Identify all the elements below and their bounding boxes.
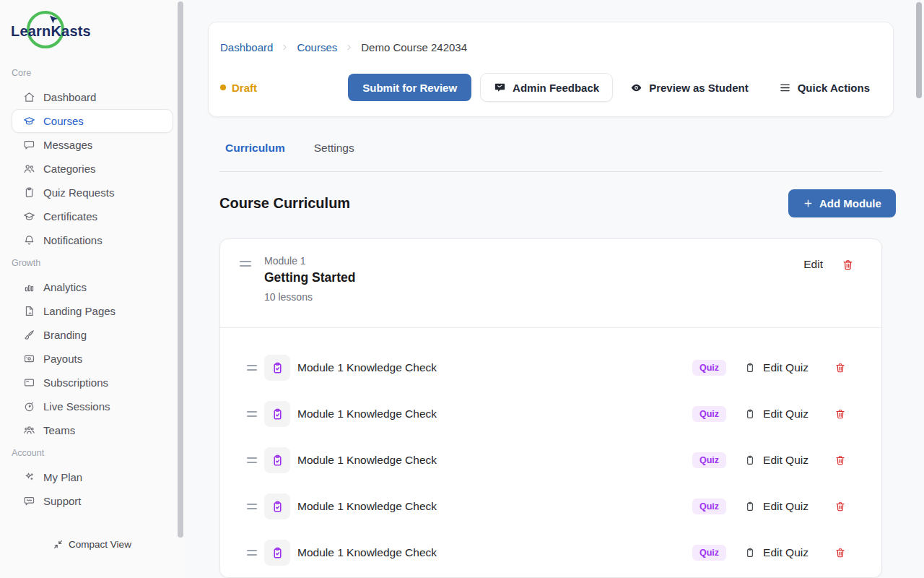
edit-quiz-button[interactable]: Edit Quiz — [744, 454, 808, 467]
breadcrumb-current: Demo Course 242034 — [361, 41, 467, 53]
sidebar-item-quiz-requests[interactable]: Quiz Requests — [12, 181, 173, 204]
status-label: Draft — [232, 82, 257, 94]
lesson-type-icon-box — [264, 540, 290, 566]
sidebar-item-branding[interactable]: Branding — [12, 323, 173, 347]
sidebar-item-label: Categories — [43, 163, 96, 175]
module-edit-button[interactable]: Edit — [803, 258, 823, 271]
sidebar-item-courses[interactable]: Courses — [12, 109, 173, 133]
status-dot-icon — [220, 85, 226, 90]
clipboard-icon — [744, 408, 756, 420]
compact-view-label: Compact View — [69, 539, 131, 550]
lesson-drag-handle[interactable] — [247, 550, 257, 556]
quick-actions-button[interactable]: Quick Actions — [779, 82, 870, 94]
delete-lesson-icon[interactable] — [834, 362, 846, 374]
add-module-label: Add Module — [819, 197, 881, 210]
admin-feedback-button[interactable]: Admin Feedback — [480, 73, 613, 102]
compact-view-button[interactable]: Compact View — [0, 535, 185, 553]
sparkles-icon — [23, 471, 35, 483]
admin-feedback-label: Admin Feedback — [513, 82, 599, 94]
lesson-drag-handle[interactable] — [247, 411, 257, 417]
sidebar-item-messages[interactable]: Messages — [12, 133, 173, 157]
clipboard-icon — [744, 454, 756, 466]
sidebar-item-label: Quiz Requests — [43, 186, 114, 199]
sidebar-item-live-sessions[interactable]: Live Sessions — [12, 394, 173, 418]
lesson-type-badge: Quiz — [692, 452, 726, 468]
sidebar-item-payouts[interactable]: Payouts — [12, 347, 173, 371]
sidebar-item-label: My Plan — [43, 471, 82, 483]
sidebar-item-label: Certificates — [43, 210, 97, 223]
lesson-drag-handle[interactable] — [247, 504, 257, 509]
sidebar-item-notifications[interactable]: Notifications — [12, 228, 173, 252]
lesson-type-icon-box — [264, 355, 290, 381]
sidebar-item-label: Dashboard — [43, 91, 96, 103]
chevron-right-icon — [344, 43, 354, 52]
submit-for-review-button[interactable]: Submit for Review — [348, 74, 471, 101]
sidebar-item-subscriptions[interactable]: Subscriptions — [12, 371, 173, 394]
lesson-drag-handle[interactable] — [247, 457, 257, 463]
sidebar-item-certificates[interactable]: Certificates — [12, 204, 173, 228]
delete-lesson-icon[interactable] — [834, 547, 846, 558]
page-scrollbar[interactable] — [916, 2, 922, 98]
edit-quiz-label: Edit Quiz — [763, 407, 808, 420]
add-module-button[interactable]: Add Module — [788, 189, 896, 217]
sidebar-scrollbar[interactable] — [178, 1, 183, 538]
module-title: Getting Started — [264, 270, 355, 285]
banknote-icon — [23, 353, 35, 365]
sidebar-item-label: Payouts — [43, 353, 82, 365]
sidebar-item-categories[interactable]: Categories — [12, 157, 173, 181]
lesson-type-icon-box — [264, 493, 290, 519]
module-drag-handle[interactable] — [240, 261, 251, 267]
tab-divider — [219, 171, 882, 172]
eye-icon — [630, 82, 642, 94]
sidebar-item-my-plan[interactable]: My Plan — [12, 465, 173, 489]
sidebar-item-label: Landing Pages — [43, 305, 116, 317]
section-label-core: Core — [12, 66, 173, 79]
preview-as-student-button[interactable]: Preview as Student — [630, 82, 749, 94]
module-delete-icon[interactable] — [842, 259, 854, 271]
lesson-row: Module 1 Knowledge Check Quiz Edit Quiz — [220, 437, 881, 483]
lesson-type-badge: Quiz — [692, 360, 726, 376]
edit-quiz-button[interactable]: Edit Quiz — [744, 407, 808, 420]
clipboard-icon — [23, 186, 35, 199]
quiz-clipboard-icon — [271, 407, 284, 421]
lesson-title: Module 1 Knowledge Check — [297, 407, 437, 420]
sidebar-item-support[interactable]: Support — [12, 489, 173, 513]
lesson-type-badge: Quiz — [692, 545, 726, 561]
module-header: Module 1 Getting Started 10 lessons Edit — [220, 239, 881, 328]
plus-icon — [803, 198, 814, 209]
section-label-account: Account — [12, 447, 173, 460]
sidebar-item-label: Messages — [43, 139, 92, 151]
sidebar-item-landing-pages[interactable]: Landing Pages — [12, 299, 173, 323]
edit-quiz-label: Edit Quiz — [763, 361, 808, 374]
lesson-type-icon-box — [264, 401, 290, 427]
delete-lesson-icon[interactable] — [834, 408, 846, 420]
sidebar-item-dashboard[interactable]: Dashboard — [12, 85, 173, 109]
sidebar-item-label: Branding — [43, 329, 87, 341]
chat-bubble-icon — [23, 139, 35, 151]
edit-quiz-button[interactable]: Edit Quiz — [744, 361, 808, 374]
submit-for-review-label: Submit for Review — [362, 82, 457, 94]
lesson-drag-handle[interactable] — [247, 365, 257, 371]
document-icon — [23, 305, 35, 317]
breadcrumb-link-dashboard[interactable]: Dashboard — [220, 41, 273, 53]
sidebar-item-analytics[interactable]: Analytics — [12, 275, 173, 299]
breadcrumb-link-courses[interactable]: Courses — [297, 41, 337, 53]
delete-lesson-icon[interactable] — [834, 501, 846, 512]
edit-quiz-button[interactable]: Edit Quiz — [744, 546, 808, 559]
course-header-card: Dashboard Courses Demo Course 242034 Dra… — [208, 22, 894, 117]
sidebar: LearnKasts Core Dashboard Courses Messag… — [0, 0, 185, 578]
module-lesson-count: 10 lessons — [264, 291, 355, 303]
module-card: Module 1 Getting Started 10 lessons Edit… — [219, 238, 882, 578]
delete-lesson-icon[interactable] — [834, 454, 846, 466]
quiz-clipboard-icon — [271, 361, 284, 375]
tab-settings[interactable]: Settings — [314, 142, 354, 159]
edit-quiz-button[interactable]: Edit Quiz — [744, 500, 808, 513]
sidebar-item-label: Support — [43, 495, 82, 507]
sidebar-item-teams[interactable]: Teams — [12, 418, 173, 442]
bell-icon — [23, 234, 35, 246]
lesson-row: Module 1 Knowledge Check Quiz Edit Quiz — [220, 345, 881, 391]
tab-curriculum[interactable]: Curriculum — [225, 142, 285, 159]
quick-actions-label: Quick Actions — [798, 82, 870, 94]
quiz-clipboard-icon — [271, 546, 284, 560]
course-action-row: Draft Submit for Review Admin Feedback P… — [220, 73, 870, 102]
